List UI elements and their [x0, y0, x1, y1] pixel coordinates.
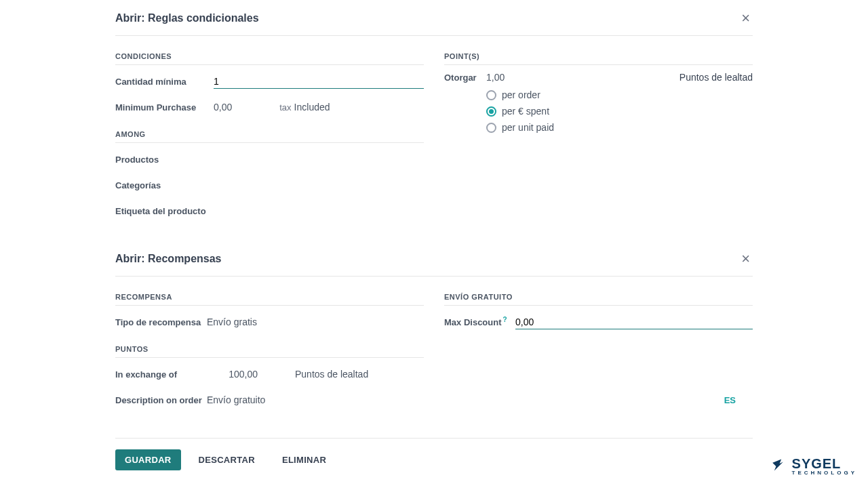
categories-label: Categorías	[115, 180, 214, 190]
footer: GUARDAR DESCARTAR ELIMINAR	[115, 438, 753, 470]
max-discount-input[interactable]	[515, 315, 753, 329]
min-purchase-value: 0,00	[214, 102, 232, 113]
grant-label: Otorgar	[444, 73, 486, 83]
exchange-value: 100,00	[207, 369, 258, 380]
reward-type-value: Envío gratis	[207, 317, 257, 327]
exchange-label: In exchange of	[115, 369, 207, 380]
radio-per-order-label: per order	[502, 89, 540, 100]
close-rewards-button[interactable]: ×	[738, 249, 753, 269]
min-qty-input[interactable]	[214, 75, 424, 89]
points-header: POINT(S)	[444, 52, 753, 65]
radio-per-euro-label: per € spent	[502, 106, 549, 117]
radio-per-unit[interactable]: per unit paid	[486, 122, 753, 133]
min-purchase-label: Minimum Purchase	[115, 102, 214, 113]
desc-label: Description on order	[115, 395, 207, 405]
brand-name: SYGEL	[792, 457, 857, 470]
close-icon: ×	[741, 250, 750, 267]
desc-value: Envío gratuito	[207, 394, 265, 405]
conditions-header: CONDICIONES	[115, 52, 424, 65]
among-header: AMONG	[115, 130, 424, 143]
min-qty-label: Cantidad mínima	[115, 77, 214, 87]
close-rules-button[interactable]: ×	[738, 8, 753, 28]
rules-section-header: Abrir: Reglas condicionales ×	[115, 0, 753, 36]
delete-button[interactable]: ELIMINAR	[273, 449, 336, 470]
reward-header: RECOMPENSA	[115, 293, 424, 306]
save-button[interactable]: GUARDAR	[115, 449, 181, 470]
tax-included-value: Included	[294, 102, 330, 113]
points-subheader: PUNTOS	[115, 345, 424, 358]
grant-value: 1,00	[486, 72, 540, 83]
exchange-unit: Puntos de lealtad	[295, 369, 368, 380]
radio-icon	[486, 106, 496, 117]
reward-type-label: Tipo de recompensa	[115, 317, 207, 327]
lang-tag[interactable]: ES	[724, 395, 736, 405]
loyalty-points-text: Puntos de lealtad	[679, 72, 753, 83]
radio-icon	[486, 90, 496, 100]
close-icon: ×	[741, 9, 750, 26]
tax-label: tax	[279, 102, 291, 113]
rules-section-title: Abrir: Reglas condicionales	[115, 12, 259, 24]
help-icon[interactable]: ?	[503, 316, 507, 323]
max-discount-label: Max Discount?	[444, 316, 515, 327]
radio-per-unit-label: per unit paid	[502, 122, 554, 133]
rewards-section-header: Abrir: Recompensas ×	[115, 241, 753, 277]
radio-icon	[486, 123, 496, 133]
rewards-section-title: Abrir: Recompensas	[115, 253, 222, 265]
radio-per-euro[interactable]: per € spent	[486, 106, 753, 117]
radio-per-order[interactable]: per order	[486, 89, 753, 100]
brand-watermark: SYGEL TECHNOLOGY	[769, 457, 857, 476]
product-tag-label: Etiqueta del producto	[115, 206, 206, 216]
brand-subtitle: TECHNOLOGY	[792, 470, 857, 476]
products-label: Productos	[115, 155, 214, 165]
discard-button[interactable]: DESCARTAR	[189, 449, 264, 470]
free-ship-header: ENVÍO GRATUITO	[444, 293, 753, 306]
brand-logo-icon	[769, 458, 787, 475]
